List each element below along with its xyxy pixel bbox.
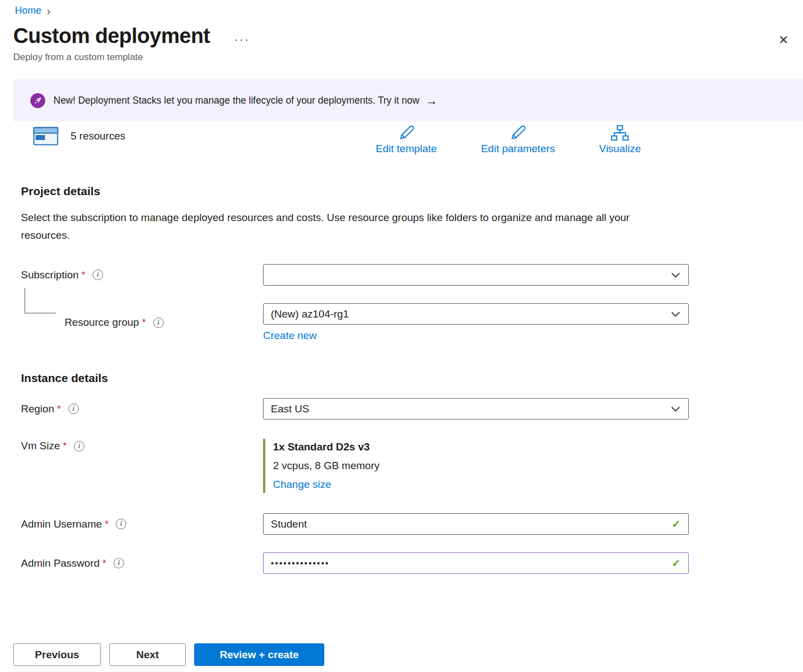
subscription-label: Subscription	[21, 269, 79, 281]
required-asterisk: *	[142, 316, 146, 329]
template-bar: 5 resources Edit template Edit parameter…	[13, 125, 790, 155]
sitemap-icon	[610, 125, 630, 141]
footer-actions: Previous Next Review + create	[13, 643, 324, 666]
edit-parameters-action[interactable]: Edit parameters	[481, 125, 555, 155]
resources-count: 5 resources	[71, 130, 125, 142]
admin-username-row: Admin Username * i ✓	[0, 513, 803, 535]
chevron-down-icon	[671, 311, 680, 317]
admin-password-row: Admin Password * i ✓	[0, 552, 803, 574]
page-header: Custom deployment ··· Deploy from a cust…	[0, 17, 803, 63]
region-select[interactable]: East US	[263, 398, 689, 420]
edit-template-label: Edit template	[376, 143, 437, 155]
rocket-icon	[30, 93, 45, 108]
pencil-icon	[508, 125, 527, 141]
valid-check-icon: ✓	[672, 557, 681, 569]
project-details-heading: Project details	[21, 185, 803, 198]
template-actions: Edit template Edit parameters Visualize	[376, 125, 641, 155]
info-icon[interactable]: i	[114, 558, 124, 568]
custom-deployment-page: Home › Custom deployment ··· Deploy from…	[0, 0, 803, 672]
breadcrumb: Home ›	[0, 0, 803, 17]
info-icon[interactable]: i	[68, 404, 79, 414]
instance-details-heading: Instance details	[21, 372, 803, 385]
review-create-button[interactable]: Review + create	[194, 643, 324, 666]
create-new-link[interactable]: Create new	[263, 330, 317, 342]
breadcrumb-home-link[interactable]: Home	[15, 5, 41, 17]
edit-parameters-label: Edit parameters	[481, 143, 555, 155]
edit-template-action[interactable]: Edit template	[376, 125, 437, 155]
project-details-description: Select the subscription to manage deploy…	[21, 209, 655, 244]
chevron-down-icon	[671, 272, 680, 278]
resource-group-select[interactable]: (New) az104-rg1	[263, 303, 689, 325]
required-asterisk: *	[82, 269, 85, 281]
visualize-label: Visualize	[599, 143, 641, 155]
page-subtitle: Deploy from a custom template	[13, 52, 790, 63]
vm-size-block: 1x Standard D2s v3 2 vcpus, 8 GB memory …	[263, 439, 689, 493]
page-title: Custom deployment	[13, 24, 210, 48]
admin-username-input[interactable]	[263, 513, 689, 535]
deployment-stacks-banner[interactable]: New! Deployment Stacks let you manage th…	[13, 79, 803, 121]
visualize-action[interactable]: Visualize	[599, 125, 641, 155]
vm-size-name: 1x Standard D2s v3	[273, 441, 689, 453]
change-size-link[interactable]: Change size	[273, 479, 331, 491]
admin-password-label: Admin Password	[21, 557, 100, 569]
region-value: East US	[271, 403, 309, 415]
admin-password-input[interactable]	[263, 552, 689, 574]
vm-size-specs: 2 vcpus, 8 GB memory	[273, 460, 689, 472]
info-icon[interactable]: i	[116, 519, 126, 529]
vm-size-row: Vm Size * i 1x Standard D2s v3 2 vcpus, …	[0, 439, 803, 493]
previous-button[interactable]: Previous	[13, 643, 101, 666]
required-asterisk: *	[105, 518, 109, 530]
required-asterisk: *	[63, 440, 67, 452]
region-label: Region	[21, 403, 54, 415]
arrow-right-icon: →	[426, 95, 437, 106]
breadcrumb-chevron-icon: ›	[47, 4, 51, 17]
tree-connector-line	[24, 288, 56, 314]
subscription-row: Subscription * i	[0, 264, 803, 286]
info-icon[interactable]: i	[74, 441, 84, 451]
info-icon[interactable]: i	[93, 270, 103, 280]
pencil-icon	[397, 125, 416, 141]
template-resources: 5 resources	[33, 125, 125, 146]
vm-size-label: Vm Size	[21, 440, 60, 452]
close-button[interactable]: ✕	[777, 32, 791, 49]
valid-check-icon: ✓	[672, 518, 681, 530]
resource-group-value: (New) az104-rg1	[271, 308, 349, 320]
subscription-select[interactable]	[263, 264, 689, 286]
resource-group-row: Resource group * i (New) az104-rg1 Creat…	[0, 303, 803, 342]
required-asterisk: *	[103, 557, 106, 569]
region-row: Region * i East US	[0, 398, 803, 420]
info-icon[interactable]: i	[153, 318, 164, 328]
more-options-icon[interactable]: ···	[234, 26, 250, 47]
chevron-down-icon	[671, 406, 680, 412]
next-button[interactable]: Next	[109, 643, 186, 666]
template-resources-icon	[33, 127, 58, 146]
admin-username-label: Admin Username	[21, 518, 102, 530]
required-asterisk: *	[57, 403, 61, 415]
banner-message: New! Deployment Stacks let you manage th…	[53, 95, 419, 106]
resource-group-label: Resource group	[65, 316, 139, 329]
